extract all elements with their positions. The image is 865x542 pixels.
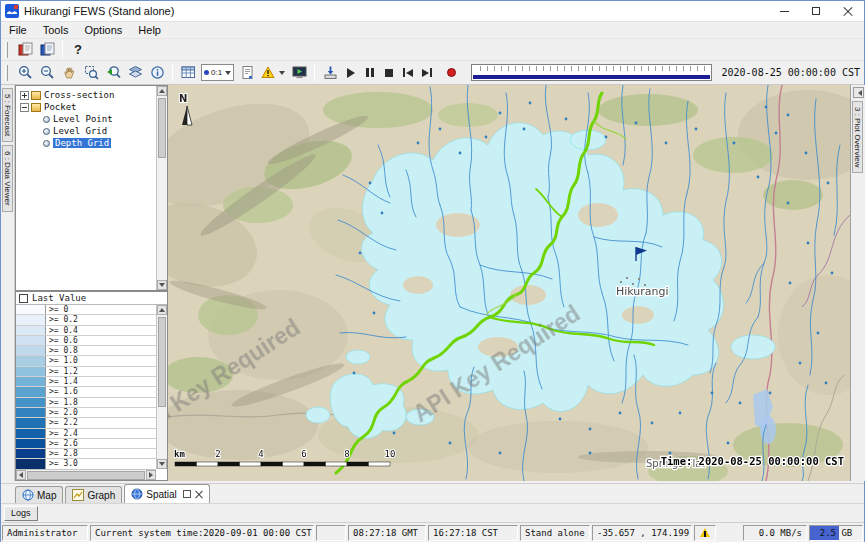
scroll-down-icon[interactable] xyxy=(157,459,167,469)
tab-data-viewer[interactable]: 6 : Data Viewer xyxy=(2,145,13,212)
scroll-thumb[interactable] xyxy=(27,471,145,480)
close-tab-icon[interactable] xyxy=(195,490,203,498)
folder-icon xyxy=(31,91,41,100)
scroll-up-icon[interactable] xyxy=(157,86,167,96)
open-database-button[interactable] xyxy=(36,40,58,60)
tab-label: Map xyxy=(37,490,56,501)
tab-spatial[interactable]: Spatial xyxy=(124,484,210,503)
zoom-out-icon xyxy=(40,65,55,80)
scroll-left-icon[interactable] xyxy=(16,470,26,480)
chart-icon xyxy=(72,489,84,501)
undock-icon[interactable] xyxy=(183,490,191,498)
tree-item-pocket[interactable]: Pocket xyxy=(16,101,167,113)
chevron-down-icon xyxy=(225,71,231,78)
help-icon: ? xyxy=(68,42,88,57)
zoom-in-icon xyxy=(18,65,33,80)
pause-button[interactable] xyxy=(360,64,379,82)
legend-swatch xyxy=(16,315,46,324)
status-blank xyxy=(316,525,346,541)
open-forecast-button[interactable] xyxy=(14,40,36,60)
legend-swatch xyxy=(16,367,46,376)
legend-row: >= 1.0 xyxy=(16,356,156,366)
legend-swatch xyxy=(16,305,46,314)
scroll-right-icon[interactable] xyxy=(146,470,156,480)
tab-label: Graph xyxy=(87,490,115,501)
tree-scrollbar[interactable] xyxy=(156,86,167,290)
export-animation-button[interactable] xyxy=(319,63,341,83)
zoom-extent-button[interactable] xyxy=(80,63,102,83)
last-value-checkbox[interactable] xyxy=(19,294,28,303)
zoom-in-button[interactable] xyxy=(14,63,36,83)
first-frame-button[interactable] xyxy=(398,64,417,82)
tree-item-cross-section[interactable]: Cross-section xyxy=(16,89,167,101)
scroll-up-icon[interactable] xyxy=(157,305,167,315)
menu-bar: File Tools Options Help xyxy=(1,22,864,39)
legend-swatch xyxy=(16,439,46,448)
last-frame-button[interactable] xyxy=(417,64,436,82)
stop-button[interactable] xyxy=(379,64,398,82)
menu-help[interactable]: Help xyxy=(130,23,169,37)
tree-item-level-grid[interactable]: Level Grid xyxy=(16,125,167,137)
scroll-thumb[interactable] xyxy=(158,317,166,407)
status-warning[interactable] xyxy=(694,525,716,541)
tab-map[interactable]: Map xyxy=(15,486,63,503)
grid-display-button[interactable] xyxy=(177,63,199,83)
expand-icon[interactable] xyxy=(20,91,29,100)
zoom-previous-button[interactable] xyxy=(102,63,124,83)
logs-button[interactable]: Logs xyxy=(4,506,38,521)
legend-swatch xyxy=(16,459,46,468)
current-timestep: 2020-08-25 00:00:00 CST xyxy=(722,67,860,78)
legend-row: >= 1.2 xyxy=(16,367,156,377)
scroll-down-icon[interactable] xyxy=(157,280,167,290)
memory-label: 2.5 GB xyxy=(820,528,853,538)
minimize-button[interactable] xyxy=(768,1,800,21)
menu-tools[interactable]: Tools xyxy=(35,23,77,37)
zoom-out-button[interactable] xyxy=(36,63,58,83)
collapse-panel-icon[interactable] xyxy=(853,87,864,98)
status-system-time: Current system time:2020-09-01 00:00 CST xyxy=(90,525,314,541)
folder-icon xyxy=(31,103,41,112)
legend-row: >= 3.0 xyxy=(16,459,156,469)
scale-tick: 2 xyxy=(215,449,220,459)
info-icon xyxy=(150,65,165,80)
collapse-icon[interactable] xyxy=(20,103,29,112)
close-button[interactable] xyxy=(832,1,864,21)
animation-display-button[interactable] xyxy=(288,63,310,83)
legend-vscrollbar[interactable] xyxy=(156,305,167,469)
legend-swatch xyxy=(16,429,46,438)
play-button[interactable] xyxy=(341,64,360,82)
legend-row: >= 0.2 xyxy=(16,315,156,325)
app-icon xyxy=(5,4,19,18)
maximize-button[interactable] xyxy=(800,1,832,21)
globe-icon xyxy=(22,489,34,501)
menu-options[interactable]: Options xyxy=(76,23,130,37)
record-button[interactable] xyxy=(442,64,461,82)
tab-plot-overview[interactable]: 3 : Plot Overview xyxy=(852,101,863,173)
legend-hscrollbar[interactable] xyxy=(16,469,156,480)
tab-graph[interactable]: Graph xyxy=(65,486,122,503)
maximize-icon xyxy=(812,7,820,15)
scale-unit-label: km xyxy=(174,449,185,459)
timeseries-dialog-button[interactable] xyxy=(236,63,258,83)
map-canvas[interactable]: API Key Required API Key Required Hikura… xyxy=(168,85,850,481)
tree-item-level-point[interactable]: Level Point xyxy=(16,113,167,125)
class-break-combo[interactable]: 0:1 xyxy=(201,64,234,81)
layers-button[interactable] xyxy=(124,63,146,83)
pan-button[interactable] xyxy=(58,63,80,83)
toolbar-separator xyxy=(314,64,315,81)
blue-document-icon xyxy=(40,42,55,57)
grid-icon xyxy=(181,65,196,80)
time-slider[interactable] xyxy=(471,64,711,81)
thresholds-button[interactable] xyxy=(258,63,288,83)
info-button[interactable] xyxy=(146,63,168,83)
legend-swatch xyxy=(16,418,46,427)
menu-file[interactable]: File xyxy=(1,23,35,37)
legend-row: >= 0.6 xyxy=(16,336,156,346)
chevron-down-icon xyxy=(279,71,285,78)
tree-item-depth-grid[interactable]: Depth Grid xyxy=(16,137,167,149)
legend-swatch xyxy=(16,377,46,386)
help-button[interactable]: ? xyxy=(67,40,89,60)
data-viewer-panel: Cross-section Pocket Level Point Level G… xyxy=(15,85,168,481)
scroll-thumb[interactable] xyxy=(158,98,166,158)
tab-forecast[interactable]: 5 : Forecast xyxy=(2,88,13,142)
